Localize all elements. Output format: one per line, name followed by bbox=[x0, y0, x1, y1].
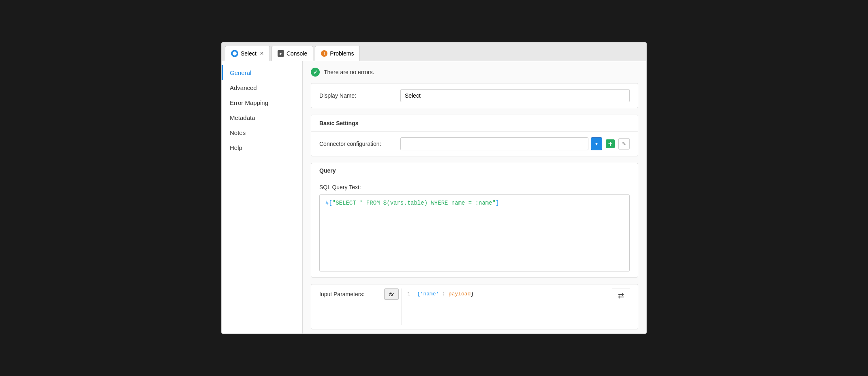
query-section: Query SQL Query Text: #["SELECT * FROM $… bbox=[311, 163, 638, 278]
connector-select-wrapper: ▾ + ✎ bbox=[400, 137, 630, 150]
basic-settings-section: Basic Settings Connector configuration: … bbox=[311, 115, 638, 156]
params-toolbar: ⇄ bbox=[612, 288, 630, 303]
sidebar-item-help[interactable]: Help bbox=[222, 140, 302, 155]
success-banner: There are no errors. bbox=[311, 68, 638, 77]
params-editor[interactable]: 1{'name' : payload} bbox=[401, 288, 612, 325]
success-message: There are no errors. bbox=[324, 69, 374, 75]
query-header: Query bbox=[311, 163, 638, 178]
tab-select-label: Select bbox=[241, 50, 257, 57]
input-params-section: Input Parameters: fx 1{'name' : payload}… bbox=[311, 284, 638, 329]
tab-problems[interactable]: ! Problems bbox=[315, 46, 360, 61]
tab-close-button[interactable]: ✕ bbox=[260, 51, 264, 56]
tab-problems-label: Problems bbox=[330, 50, 354, 57]
fx-button[interactable]: fx bbox=[384, 288, 399, 300]
sidebar-item-notes[interactable]: Notes bbox=[222, 125, 302, 140]
code-key: {'name' bbox=[417, 291, 439, 297]
tab-bar: Select ✕ Console ! Problems bbox=[222, 43, 646, 61]
network-icon: ⇄ bbox=[618, 292, 624, 300]
plus-icon: + bbox=[606, 139, 615, 148]
sql-label: SQL Query Text: bbox=[319, 184, 630, 190]
connector-config-select[interactable] bbox=[400, 137, 588, 150]
fx-icon: fx bbox=[389, 291, 394, 297]
content-panel: There are no errors. Display Name: Basic… bbox=[303, 61, 646, 333]
sidebar-item-advanced[interactable]: Advanced bbox=[222, 80, 302, 95]
connector-dropdown-button[interactable]: ▾ bbox=[591, 137, 602, 150]
basic-settings-header: Basic Settings bbox=[311, 115, 638, 132]
display-name-input[interactable] bbox=[400, 89, 630, 102]
sidebar: General Advanced Error Mapping Metadata … bbox=[222, 61, 303, 333]
main-content: General Advanced Error Mapping Metadata … bbox=[222, 61, 646, 333]
success-icon bbox=[311, 68, 320, 77]
chevron-down-icon: ▾ bbox=[595, 141, 598, 147]
connector-config-row: Connector configuration: ▾ + ✎ bbox=[311, 132, 638, 156]
edit-icon: ✎ bbox=[622, 141, 626, 147]
sidebar-item-error-mapping[interactable]: Error Mapping bbox=[222, 95, 302, 110]
sidebar-item-metadata[interactable]: Metadata bbox=[222, 110, 302, 125]
display-name-section: Display Name: bbox=[311, 83, 638, 108]
console-tab-icon bbox=[278, 50, 284, 57]
tab-console[interactable]: Console bbox=[272, 46, 313, 61]
display-name-label: Display Name: bbox=[319, 92, 400, 99]
input-params-label: Input Parameters: bbox=[319, 288, 384, 297]
tab-console-label: Console bbox=[286, 50, 307, 57]
sql-code-hash: #[ bbox=[325, 200, 332, 206]
main-window: Select ✕ Console ! Problems General Adva… bbox=[221, 42, 647, 334]
sql-code-string: "SELECT * FROM $(vars.table) WHERE name … bbox=[332, 200, 496, 206]
display-name-row: Display Name: bbox=[311, 83, 638, 108]
line-number: 1 bbox=[407, 291, 410, 297]
input-params-row: Input Parameters: fx 1{'name' : payload}… bbox=[311, 284, 638, 329]
params-expand-button[interactable]: ⇄ bbox=[618, 291, 624, 300]
problems-tab-icon: ! bbox=[321, 50, 327, 57]
sql-editor[interactable]: #["SELECT * FROM $(vars.table) WHERE nam… bbox=[319, 194, 630, 271]
sidebar-item-general[interactable]: General bbox=[222, 65, 302, 80]
select-tab-icon bbox=[231, 50, 238, 57]
connector-edit-button[interactable]: ✎ bbox=[618, 138, 630, 150]
tab-select[interactable]: Select ✕ bbox=[225, 46, 270, 61]
connector-config-label: Connector configuration: bbox=[319, 141, 400, 147]
query-content: SQL Query Text: #["SELECT * FROM $(vars.… bbox=[311, 178, 638, 277]
code-value: payload bbox=[449, 291, 471, 297]
connector-add-button[interactable]: + bbox=[605, 138, 616, 150]
sql-code-bracket: ] bbox=[496, 200, 499, 206]
